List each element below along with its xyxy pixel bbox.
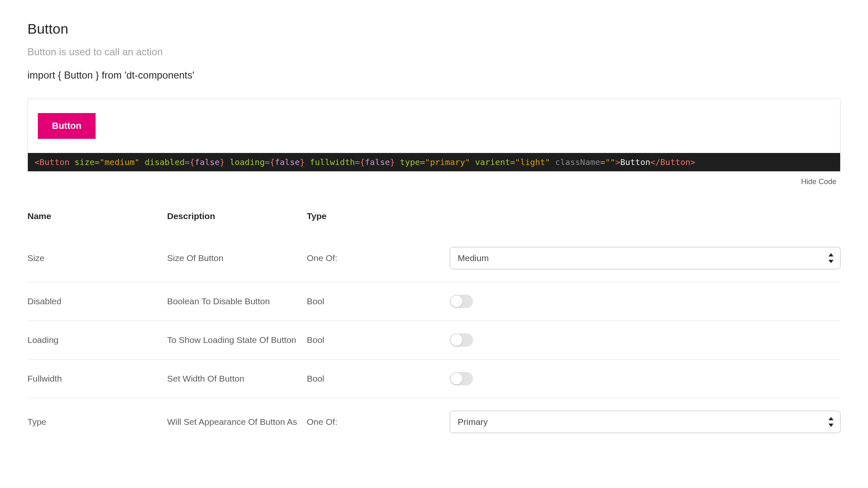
cell-type: Bool [307,321,450,360]
page-title: Button [27,21,841,37]
code-token: { [270,157,275,167]
code-token: { [190,157,195,167]
size-select[interactable]: Medium [450,247,841,269]
th-description: Description [167,211,307,234]
th-control [450,211,841,234]
preview-stage: Button [28,99,840,153]
cell-name: Fullwidth [27,360,167,398]
cell-desc: Set Width Of Button [167,360,307,398]
code-token: } [300,157,305,167]
loading-toggle[interactable] [450,333,473,347]
code-token: </Button> [650,157,695,167]
row-fullwidth: Fullwidth Set Width Of Button Bool [27,360,841,398]
toggle-knob-icon [451,373,462,384]
code-token: = [185,157,190,167]
row-disabled: Disabled Boolean To Disable Button Bool [27,282,841,321]
preview-block: Button <Button size="medium" disabled={f… [27,99,841,172]
fullwidth-toggle[interactable] [450,372,473,385]
cell-name: Loading [27,321,167,360]
select-arrows-icon [829,253,834,263]
code-token: loading [225,157,265,167]
cell-name: Type [27,398,167,446]
th-name: Name [27,211,167,234]
row-loading: Loading To Show Loading State Of Button … [27,321,841,360]
select-arrows-icon [829,417,834,427]
code-token: size [74,157,94,167]
cell-desc: Size Of Button [167,234,307,282]
disabled-toggle[interactable] [450,295,473,308]
code-token: Button [620,157,650,167]
th-type: Type [307,211,450,234]
cell-name: Size [27,234,167,282]
cell-desc: Boolean To Disable Button [167,282,307,321]
code-token: false [195,157,219,167]
cell-type: Bool [307,360,450,398]
type-select-value: Primary [458,417,488,427]
code-token: className [550,157,600,167]
code-token: { [360,157,365,167]
import-line: import { Button } from 'dt-components' [27,69,841,81]
code-token: type [395,157,420,167]
cell-desc: Will Set Appearance Of Button As [167,398,307,446]
size-select-value: Medium [458,253,489,263]
cell-type: One Of: [307,398,450,446]
props-table: Name Description Type Size Size Of Butto… [27,211,841,446]
cell-name: Disabled [27,282,167,321]
code-token: varient [470,157,510,167]
code-token: = [265,157,270,167]
code-token: ="light" [510,157,550,167]
cell-desc: To Show Loading State Of Button [167,321,307,360]
cell-type: Bool [307,282,450,321]
page-subtitle: Button is used to call an action [27,46,841,58]
page-root: Button Button is used to call an action … [0,0,868,446]
code-snippet: <Button size="medium" disabled={false} l… [28,153,840,171]
code-token: } [390,157,395,167]
code-token: > [615,157,620,167]
row-type: Type Will Set Appearance Of Button As On… [27,398,841,446]
code-token: fullwidth [305,157,355,167]
code-token: <Button [35,157,74,167]
code-token: false [365,157,390,167]
code-token: = [355,157,360,167]
code-token: ="" [600,157,615,167]
code-token: false [275,157,300,167]
toggle-knob-icon [451,296,462,307]
cell-type: One Of: [307,234,450,282]
demo-button[interactable]: Button [38,113,96,139]
row-size: Size Size Of Button One Of: Medium [27,234,841,282]
hide-code-button[interactable]: Hide Code [801,177,836,186]
code-token: ="medium" [95,157,140,167]
code-token: disabled [140,157,185,167]
type-select[interactable]: Primary [450,411,841,433]
hide-code-row: Hide Code [27,177,836,186]
code-token: } [220,157,225,167]
code-token: ="primary" [420,157,470,167]
toggle-knob-icon [451,334,462,346]
